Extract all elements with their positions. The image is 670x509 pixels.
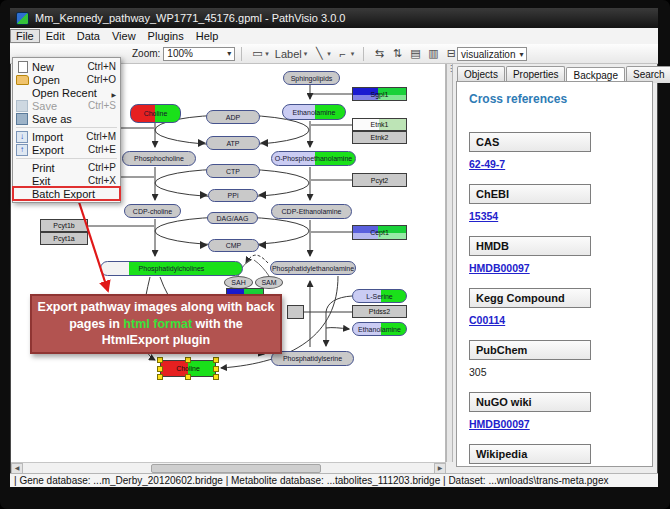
node-dag-aag[interactable]: DAG/AAG: [207, 212, 258, 224]
file-menu-item-new[interactable]: NewCtrl+N: [13, 60, 120, 73]
node-etnk1[interactable]: Etnk1: [352, 118, 407, 131]
selection-handle[interactable]: [213, 357, 219, 363]
visualization-combobox[interactable]: visualization: [457, 47, 527, 61]
file-menu-item-print[interactable]: PrintCtrl+P: [13, 161, 120, 174]
file-menu-item-save[interactable]: SaveCtrl+S: [13, 99, 120, 112]
xref-link[interactable]: C00114: [469, 314, 505, 326]
distribute-horizontal-icon[interactable]: ▤: [409, 47, 421, 60]
file-menu-item-open-recent[interactable]: Open Recent: [13, 86, 120, 99]
node-l-serine[interactable]: L-Serine: [352, 289, 407, 303]
node-ethanolamine-bottom[interactable]: Ethanolamine: [352, 322, 407, 336]
xref-header-box: NuGO wiki: [469, 392, 591, 412]
selection-handle[interactable]: [157, 357, 163, 363]
menu-edit[interactable]: Edit: [40, 29, 71, 43]
menu-item-label: Open Recent: [32, 87, 111, 99]
menu-plugins[interactable]: Plugins: [142, 29, 190, 43]
menu-file[interactable]: File: [10, 29, 40, 43]
xref-link[interactable]: 62-49-7: [469, 158, 505, 170]
xref-link[interactable]: HMDB00097: [469, 262, 530, 274]
menu-separator: [16, 127, 117, 128]
menu-view[interactable]: View: [106, 29, 142, 43]
connector-tool-dropdown-glyph: ⌐: [337, 48, 349, 60]
node-ctp[interactable]: CTP: [206, 164, 260, 178]
align-vertical-icon[interactable]: ⇅: [391, 47, 403, 60]
app-icon: [16, 12, 29, 25]
node-adp[interactable]: ADP: [206, 110, 260, 124]
file-menu-item-export[interactable]: ExportCtrl+E: [13, 143, 120, 156]
node-cmp[interactable]: CMP: [208, 239, 259, 252]
line-tool-dropdown[interactable]: ╲: [313, 47, 331, 60]
selection-handle[interactable]: [185, 374, 191, 380]
selection-handle[interactable]: [157, 374, 163, 380]
node-label: Pcyt1b: [53, 222, 74, 229]
xref-link[interactable]: HMDB00097: [469, 418, 530, 430]
backpage-content[interactable]: Cross references CAS62-49-7ChEBI15354HMD…: [456, 81, 653, 467]
node-sphingolipids[interactable]: Sphingolipids: [283, 71, 340, 85]
stack-icon[interactable]: ⊟: [445, 47, 457, 60]
node-sgpl1[interactable]: Sgpl1: [352, 87, 407, 101]
menu-item-spacer: [16, 175, 28, 186]
connector-tool-dropdown[interactable]: ⌐: [337, 48, 355, 60]
node-o-phosphoethanolamine[interactable]: O-Phosphoethanolamine: [271, 151, 356, 166]
xref-header-wikipedia: Wikipedia: [469, 444, 640, 467]
node-ptdss2[interactable]: Ptdss2: [352, 305, 407, 318]
file-menu-item-save-as[interactable]: Save as: [13, 112, 120, 125]
node-label: Phosphatidylcholines: [139, 265, 205, 272]
datanode-dropdown[interactable]: ▭: [251, 47, 269, 60]
menu-help[interactable]: Help: [190, 29, 225, 43]
file-menu-item-exit[interactable]: ExitCtrl+X: [13, 174, 120, 187]
selection-handle[interactable]: [213, 374, 219, 380]
node-cdp-choline[interactable]: CDP-choline: [124, 204, 181, 218]
xref-header-box: CAS: [469, 132, 591, 152]
node-pcyt1b[interactable]: Pcyt1b: [40, 219, 88, 232]
file-menu-item-import[interactable]: ImportCtrl+M: [13, 130, 120, 143]
node-label: Ptdss2: [369, 308, 390, 315]
node-cdp-ethanolamine[interactable]: CDP-Ethanolamine: [271, 204, 352, 219]
node-pcyt1a[interactable]: Pcyt1a: [40, 232, 88, 245]
submenu-arrow-icon: [111, 87, 116, 99]
xref-header-box: Kegg Compound: [469, 288, 591, 308]
distribute-vertical-icon[interactable]: ▥: [427, 47, 439, 60]
menu-item-spacer: [16, 162, 28, 173]
node-atp[interactable]: ATP: [206, 136, 260, 150]
label-dropdown[interactable]: Label: [275, 48, 307, 60]
node-label: Choline: [176, 365, 200, 372]
selection-handle[interactable]: [213, 366, 219, 372]
node-phosphatidylcholines[interactable]: Phosphatidylcholines: [100, 261, 243, 276]
xref-header-pubchem: PubChem: [469, 340, 640, 366]
node-label: Sgpl1: [371, 91, 389, 98]
selection-handle[interactable]: [157, 366, 163, 372]
node-etnk2[interactable]: Etnk2: [352, 131, 407, 144]
chevron-down-icon: [519, 50, 523, 59]
node-phosphatidylethanolamine[interactable]: Phosphatidylethanolamine: [270, 261, 356, 275]
xref-link[interactable]: 15354: [469, 210, 498, 222]
node-label: Etnk2: [371, 134, 389, 141]
xref-header-box: ChEBI: [469, 184, 591, 204]
menu-data[interactable]: Data: [71, 29, 106, 43]
xref-list: CAS62-49-7ChEBI15354HMDBHMDB00097Kegg Co…: [469, 132, 640, 467]
selection-handle[interactable]: [185, 357, 191, 363]
xref-value: HMDB00097: [469, 262, 640, 274]
node-ethanolamine-top[interactable]: Ethanolamine: [282, 104, 346, 120]
node-ppi[interactable]: PPi: [208, 189, 258, 202]
panel-splitter[interactable]: [446, 64, 453, 462]
node-cept1[interactable]: Cept1: [352, 225, 407, 240]
title-bar[interactable]: Mm_Kennedy_pathway_WP1771_45176.gpml - P…: [10, 8, 658, 28]
node-choline-top[interactable]: Choline: [130, 104, 181, 123]
datanode-dropdown-glyph: ▭: [251, 47, 263, 60]
xref-value: HMDB00097: [469, 418, 640, 430]
file-menu-item-batch-export[interactable]: Batch Export: [13, 187, 120, 200]
annotation-highlight: html format: [123, 317, 192, 331]
node-label: Phosphatidylethanolamine: [272, 265, 354, 272]
open-icon: [16, 75, 29, 85]
node-hidden-gene[interactable]: [287, 305, 304, 319]
file-menu-item-open[interactable]: OpenCtrl+O: [13, 73, 120, 86]
node-pcyt2[interactable]: Pcyt2: [352, 173, 407, 187]
node-label: Phosphocholine: [134, 155, 184, 162]
node-phosphatidylserine[interactable]: Phosphatidylserine: [271, 351, 354, 366]
node-phosphocholine[interactable]: Phosphocholine: [122, 151, 196, 166]
scrollbar-thumb[interactable]: [151, 464, 321, 473]
node-label: SAH: [231, 279, 245, 286]
zoom-combobox[interactable]: 100%: [163, 47, 235, 61]
align-horizontal-icon[interactable]: ⇆: [373, 47, 385, 60]
